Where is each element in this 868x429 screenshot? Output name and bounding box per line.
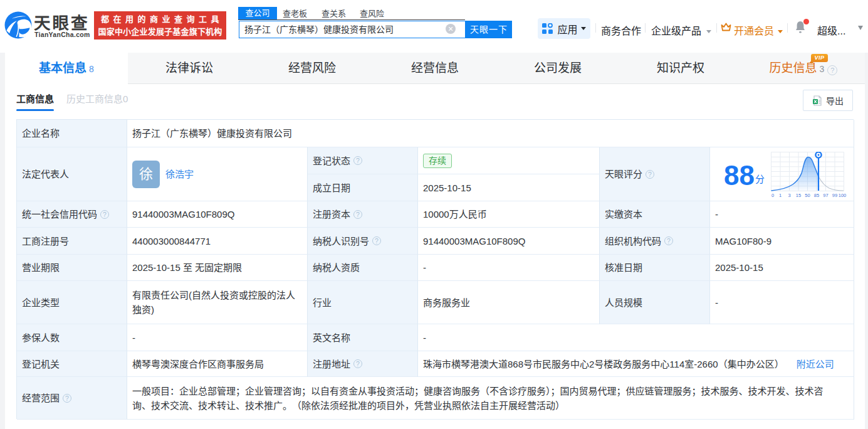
svg-text:0: 0: [771, 193, 774, 198]
svg-text:100: 100: [839, 193, 847, 198]
svg-text:97: 97: [823, 193, 828, 198]
svg-text:85: 85: [814, 193, 819, 198]
svg-text:1: 1: [779, 193, 782, 198]
svg-text:3: 3: [788, 193, 790, 198]
svg-text:15: 15: [796, 193, 801, 198]
svg-text:50: 50: [805, 193, 810, 198]
svg-text:99: 99: [832, 193, 837, 198]
